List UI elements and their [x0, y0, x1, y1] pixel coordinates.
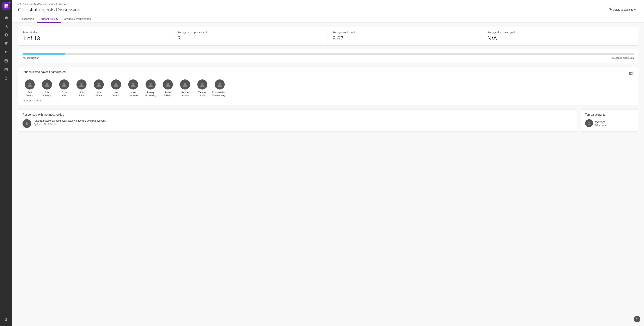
svg-rect-3	[6, 6, 8, 8]
stat-label-active: Active students	[22, 31, 169, 34]
email-students-button[interactable]	[628, 71, 634, 76]
replies-section: Responses with the most replies "Viverra…	[18, 109, 577, 132]
tab-grades[interactable]: Grades & Participation	[61, 16, 94, 23]
student-name: BartGarsus	[26, 91, 34, 97]
top-participants-title: Top participants	[585, 113, 634, 116]
student-item[interactable]: MeiaGisborn	[109, 79, 123, 97]
replies-title: Responses with the most replies	[22, 113, 572, 116]
student-name: Rhoshandiat...Wolfeschleg...	[212, 91, 227, 97]
visible-to-students-button[interactable]: Visible to students ▾	[606, 6, 638, 13]
avatar	[214, 79, 225, 90]
svg-rect-42	[602, 124, 604, 125]
student-item[interactable]: HibikiTokai	[74, 79, 89, 97]
tabs: Discussion Student Activity Grades & Par…	[18, 16, 638, 23]
sidebar-item-home[interactable]	[2, 14, 10, 21]
svg-point-23	[6, 318, 7, 320]
student-item[interactable]: JuraElden	[92, 79, 106, 97]
sidebar-item-pages[interactable]	[2, 75, 10, 82]
student-item[interactable]: TatankaSmith	[195, 79, 210, 97]
reply-meta: By Pyoro AI | 2 Replies	[34, 123, 107, 125]
content-area: Active students 1 of 13 Average posts pe…	[12, 23, 644, 326]
participation-labels: 7% participation 7% opened discussion	[22, 57, 634, 59]
student-name: SamuelAdams	[181, 91, 189, 97]
stat-avg-posts: Average posts per student 3	[173, 27, 328, 45]
svg-point-39	[26, 122, 28, 124]
breadcrumb: VD - Astronavigation Physics 1: Vector S…	[18, 3, 638, 6]
participant-replies-stat: 1	[595, 123, 600, 126]
stat-active-students: Active students 1 of 13	[18, 27, 173, 45]
student-name: ParfetBalblair	[164, 91, 172, 97]
participants-list: Pyoro AI 1 2	[585, 119, 634, 127]
svg-rect-41	[596, 124, 598, 125]
avatar	[111, 79, 121, 90]
avatar	[94, 79, 104, 90]
student-name: EzraVieil	[62, 91, 67, 97]
stat-value-grade: N/A	[488, 35, 634, 42]
svg-point-25	[610, 9, 610, 10]
stat-avg-grade: Average discussion grade N/A	[483, 27, 638, 45]
participant-info: Pyoro AI 1 2	[595, 120, 606, 126]
student-item[interactable]: ParfetBalblair	[161, 79, 175, 97]
participation-bar-track	[22, 53, 634, 55]
student-name: DitaLiebely	[43, 91, 50, 97]
avatar	[42, 79, 52, 90]
non-participating-section: Students who haven't participated BartGa…	[18, 67, 638, 106]
svg-rect-2	[4, 6, 6, 8]
participation-bar-fill	[22, 53, 65, 55]
stat-label-words: Average word count	[332, 31, 479, 34]
participation-section: 7% participation 7% opened discussion	[18, 49, 638, 63]
sidebar-item-search[interactable]	[2, 23, 10, 30]
tab-discussion[interactable]: Discussion	[18, 16, 37, 23]
student-item[interactable]: MistyCornwell	[126, 79, 140, 97]
section-header: Students who haven't participated	[22, 70, 634, 77]
stat-value-active: 1 of 13	[22, 35, 169, 42]
svg-rect-1	[6, 4, 8, 6]
students-grid: BartGarsusDitaLiebelyEzraVieilHibikiToka…	[22, 79, 634, 97]
reply-text: "Viverra maecenas accumsan lacus vel fac…	[34, 119, 107, 122]
student-name: HibikiTokai	[78, 91, 84, 97]
eye-icon	[608, 8, 612, 12]
stat-avg-words: Average word count 8.67	[328, 27, 483, 45]
avatar	[163, 79, 173, 90]
tab-student-activity[interactable]: Student Activity	[37, 16, 61, 23]
sidebar-item-globe[interactable]	[2, 31, 10, 39]
avatar	[180, 79, 190, 90]
participant-item: Pyoro AI 1 2	[585, 119, 634, 127]
sidebar-item-modules[interactable]	[2, 40, 10, 47]
stat-value-words: 8.67	[332, 35, 479, 42]
sidebar-item-people[interactable]	[2, 49, 10, 56]
svg-rect-14	[5, 60, 8, 62]
svg-rect-11	[5, 44, 7, 45]
non-participating-title: Students who haven't participated	[22, 70, 66, 74]
svg-rect-10	[5, 43, 7, 44]
student-name: PaiwayUnderberg	[145, 91, 156, 97]
participation-right-label: 7% opened discussion	[610, 57, 634, 59]
sidebar-logo: ✕	[2, 2, 10, 10]
chevron-down-icon: ▾	[634, 8, 636, 11]
student-item[interactable]: SamuelAdams	[178, 79, 192, 97]
page-title: Celestial objects Discussion	[18, 7, 80, 13]
help-button[interactable]: ?	[634, 316, 640, 322]
student-item[interactable]: BartGarsus	[22, 79, 37, 97]
participant-avatar	[585, 119, 593, 127]
svg-rect-9	[5, 42, 8, 43]
student-item[interactable]: PaiwayUnderberg	[143, 79, 158, 97]
participant-posts-count: 2	[605, 123, 606, 126]
sidebar-item-inbox[interactable]	[2, 66, 10, 73]
sidebar-item-calendar[interactable]	[2, 57, 10, 65]
student-name: MistyCornwell	[129, 91, 138, 97]
stat-value-posts: 3	[178, 35, 324, 42]
student-item[interactable]: DitaLiebely	[40, 79, 54, 97]
close-button[interactable]: ✕	[8, 1, 11, 4]
avatar	[76, 79, 86, 90]
reply-item: "Viverra maecenas accumsan lacus vel fac…	[22, 119, 572, 128]
student-item[interactable]: EzraVieil	[57, 79, 72, 97]
student-item[interactable]: Rhoshandiat...Wolfeschleg...	[212, 79, 227, 97]
svg-point-40	[588, 122, 590, 123]
sidebar-item-profile[interactable]	[2, 316, 10, 323]
sidebar: ✕	[0, 0, 12, 326]
participant-posts-stat: 2	[602, 123, 606, 126]
student-name: MeiaGisborn	[112, 91, 120, 97]
title-row: Celestial objects Discussion Visible to …	[18, 6, 638, 13]
avatar	[128, 79, 138, 90]
